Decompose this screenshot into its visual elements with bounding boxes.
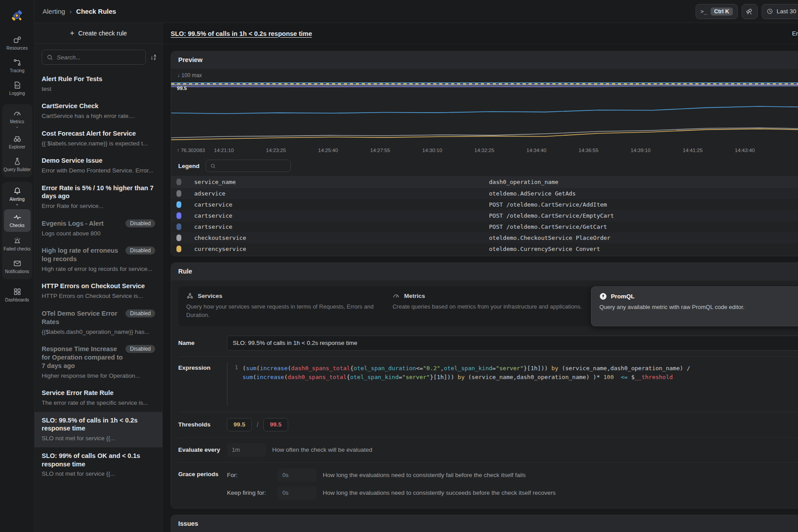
rule-list-item[interactable]: Alert Rule For Teststest xyxy=(35,70,162,98)
rule-list-item[interactable]: CartService CheckCartService has a high … xyxy=(35,98,162,125)
rule-item-title: Error Rate is 5% / 10 % higher than 7 da… xyxy=(42,184,155,201)
rule-item-title: SLO: 99% of calls OK and < 0.1s response… xyxy=(42,452,155,469)
rule-list-item[interactable]: Cost Forecast Alert for Service{{ $label… xyxy=(35,125,162,152)
evaluate-label: Evaluate every xyxy=(178,446,227,453)
command-palette-button[interactable]: >_ Ctrl K xyxy=(696,4,737,19)
icon-rail: Resources Tracing Logging Metrics ⌄ xyxy=(0,0,35,532)
sidebar-item-alerting[interactable]: Alerting ⌄ xyxy=(2,183,33,208)
rule-item-title: Evgenis Logs - Alert xyxy=(42,219,104,228)
grace-for-input[interactable] xyxy=(278,469,317,482)
sidebar-item-resources[interactable]: Resources xyxy=(2,32,33,55)
legend-row[interactable]: cartservicePOST /oteldemo.CartService/Em… xyxy=(171,210,798,221)
x-axis-tick: 14:23:25 xyxy=(266,148,286,153)
rule-list-item[interactable]: Response Time Increase for Operation com… xyxy=(35,340,162,384)
legend-swatch[interactable] xyxy=(176,201,181,208)
app-window: Resources Tracing Logging Metrics ⌄ xyxy=(0,0,798,532)
rule-list-item[interactable]: SLO: 99% of calls OK and < 0.1s response… xyxy=(35,447,162,483)
legend-swatch[interactable] xyxy=(176,212,181,219)
preview-chart[interactable]: 99.5 xyxy=(171,80,798,146)
legend-service-name: cartservice xyxy=(194,201,489,208)
sidebar-item-query-builder[interactable]: Query Builder xyxy=(2,153,33,176)
disabled-badge: Disabled xyxy=(125,309,155,317)
x-axis-tick: 14:21:10 xyxy=(214,148,234,153)
plus-icon: + xyxy=(70,29,74,38)
expression-editor[interactable]: 1 (sum(increase(dash0_spans_total{otel_s… xyxy=(227,363,798,406)
sort-button[interactable]: ↓ AZ xyxy=(150,54,156,61)
page-title[interactable]: SLO: 99.5% of calls in 1h < 0.2s respons… xyxy=(171,30,312,37)
breadcrumb-section[interactable]: Alerting xyxy=(43,8,65,15)
sidebar-item-logging[interactable]: Logging xyxy=(2,77,33,100)
rule-item-description: {{ $labels.service.name}} is expected t.… xyxy=(42,140,155,148)
legend-swatch[interactable] xyxy=(176,223,181,230)
legend-row[interactable]: checkoutserviceoteldemo.CheckoutService … xyxy=(171,232,798,243)
legend-row[interactable]: adserviceoteldemo.AdService GetAds xyxy=(171,188,798,199)
chart-ymin-label: ↑ 76.302083 xyxy=(177,148,205,153)
rule-list-item[interactable]: SLO: 99.5% of calls in 1h < 0.2s respons… xyxy=(35,412,162,447)
preview-chart-canvas[interactable] xyxy=(171,80,798,146)
sidebar-item-metrics[interactable]: Metrics ⌄ xyxy=(2,106,33,131)
query-type-desc: Query how your services serve requests i… xyxy=(186,303,376,320)
thresholds-label: Thresholds xyxy=(178,421,227,428)
legend-swatch[interactable] xyxy=(176,190,181,197)
promql-icon xyxy=(599,293,607,300)
app-logo[interactable] xyxy=(8,5,27,25)
grace-keep-firing-input[interactable] xyxy=(278,486,317,500)
legend-swatch[interactable] xyxy=(176,235,181,241)
rule-list-item[interactable]: HTTP Errors on Checkout ServiceHTTP Erro… xyxy=(35,278,162,305)
time-range-button[interactable]: Last 30 minutes xyxy=(762,4,798,19)
legend-row[interactable]: cartservicePOST /oteldemo.CartService/Ad… xyxy=(171,199,798,210)
rule-list-item[interactable]: High log rate of erroneus log recordsDis… xyxy=(35,242,162,278)
sidebar-item-label: Tracing xyxy=(10,68,24,74)
sidebar-item-checks[interactable]: Checks xyxy=(4,209,31,232)
rule-list-item[interactable]: Evgenis Logs - AlertDisabledLogs count a… xyxy=(35,215,162,242)
services-icon xyxy=(186,292,194,300)
sidebar-item-tracing[interactable]: Tracing xyxy=(2,55,33,77)
rule-list-item[interactable]: OTel Demo Service Error RatesDisabled{{$… xyxy=(35,305,162,340)
rules-search-input[interactable] xyxy=(57,54,141,61)
sidebar-item-notifications[interactable]: Notifications xyxy=(2,255,33,278)
sidebar-item-label: Notifications xyxy=(5,269,29,274)
rules-search-row: ↓ AZ xyxy=(35,44,162,70)
legend-service-name: cartservice xyxy=(194,223,489,230)
sidebar-item-dashboards[interactable]: Dashboards xyxy=(2,284,33,306)
legend-swatch[interactable] xyxy=(176,179,181,185)
sidebar-group-metrics: Metrics ⌄ Explorer Query Builder xyxy=(2,104,32,177)
legend-swatch[interactable] xyxy=(176,246,181,252)
critical-threshold-input[interactable]: 99.5 xyxy=(263,418,288,431)
legend-search-input[interactable] xyxy=(219,163,286,169)
rule-list-item[interactable]: Demo Service IssueError with Demo Fronte… xyxy=(35,152,162,179)
rule-list-item[interactable]: Service Error Rate RuleThe error rate of… xyxy=(35,384,162,411)
rules-search-box[interactable] xyxy=(42,50,146,65)
grace-keep-firing-help: How long the evaluations need to consist… xyxy=(323,489,555,496)
evaluate-interval-input[interactable] xyxy=(227,443,266,457)
legend-header-row: service_name dash0_operation_name xyxy=(171,176,798,188)
create-check-rule-button[interactable]: + Create check rule xyxy=(35,23,162,44)
rule-list-item[interactable]: Error Rate is 5% / 10 % higher than 7 da… xyxy=(35,180,162,215)
sort-icon: ↓ xyxy=(150,54,153,61)
legend-table: service_name dash0_operation_name adserv… xyxy=(171,176,798,254)
rule-item-title: Alert Rule For Tests xyxy=(42,75,102,83)
x-axis-tick: 14:39:10 xyxy=(631,148,651,153)
expression-code[interactable]: (sum(increase(dash0_spans_total{otel_spa… xyxy=(243,363,690,406)
legend-search-box[interactable] xyxy=(206,160,291,172)
query-type-name: Services xyxy=(198,293,223,299)
onboarding-telescope-button[interactable] xyxy=(742,4,758,19)
time-range-label: Last 30 minutes xyxy=(777,8,798,15)
rule-card: Rule Services xyxy=(171,262,798,509)
x-axis-tick: 14:30:10 xyxy=(422,148,442,153)
degraded-threshold-input[interactable]: 99.5 xyxy=(227,418,252,431)
enabled-toggle-label[interactable]: Enabled xyxy=(792,30,798,37)
explorer-icon xyxy=(13,134,22,143)
query-type-services[interactable]: Services Query how your services serve r… xyxy=(178,286,384,326)
sidebar-item-explorer[interactable]: Explorer xyxy=(2,131,33,153)
rule-item-title: HTTP Errors on Checkout Service xyxy=(42,282,145,290)
legend-row[interactable]: currencyserviceoteldemo.CurrencyService … xyxy=(171,243,798,254)
rule-item-description: Higher response time for Operation... xyxy=(42,372,155,380)
legend-row[interactable]: cartservicePOST /oteldemo.CartService/Ge… xyxy=(171,221,798,232)
query-type-metrics[interactable]: Metrics Create queries based on metrics … xyxy=(384,286,591,326)
x-axis-tick: 14:41:25 xyxy=(683,148,703,153)
rule-name-input[interactable] xyxy=(227,336,798,351)
query-type-promql[interactable]: PromQL Query any available metric with r… xyxy=(591,286,798,326)
sidebar-item-failed-checks[interactable]: Failed checks xyxy=(2,233,33,255)
query-type-name: Metrics xyxy=(404,293,425,299)
